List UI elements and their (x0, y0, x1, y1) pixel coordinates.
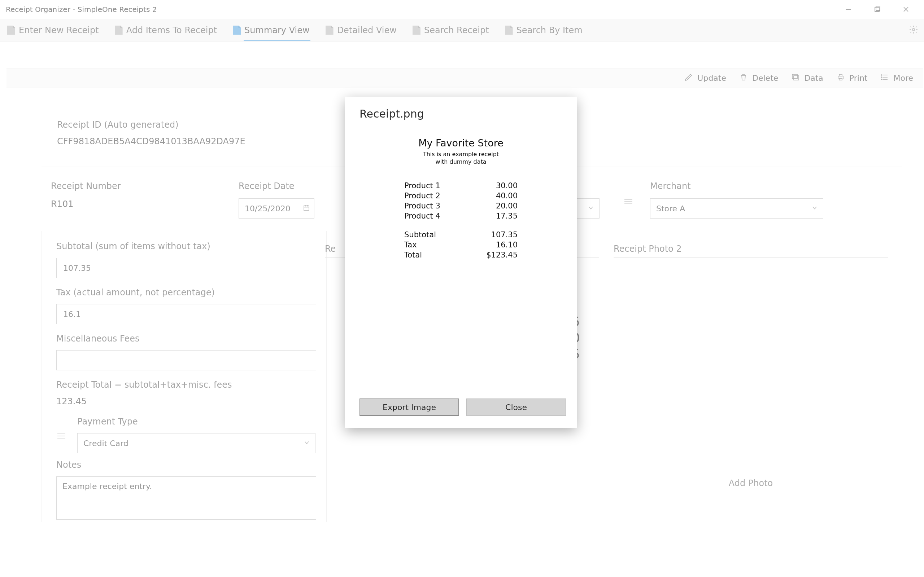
receipt-number-label: Receipt Number (51, 181, 239, 191)
stack-icon (791, 73, 800, 83)
notes-input[interactable]: Example receipt entry. (56, 476, 316, 520)
modal-title: Receipt.png (345, 97, 577, 124)
receipt-number-value: R101 (51, 199, 239, 209)
data-button[interactable]: Data (791, 73, 823, 83)
payment-type-select[interactable]: Credit Card (77, 433, 315, 453)
receipt-date-input[interactable] (239, 198, 314, 219)
trash-icon (739, 73, 748, 83)
document-icon (7, 26, 15, 35)
tab-label: Search By Item (517, 25, 583, 35)
subtotal-input[interactable] (56, 258, 316, 278)
list-icon (880, 73, 889, 83)
export-image-button[interactable]: Export Image (360, 398, 459, 416)
gear-icon[interactable] (909, 25, 918, 36)
document-icon (505, 26, 513, 35)
document-icon (326, 26, 333, 35)
receipt-id-label: Receipt ID (Auto generated) (57, 120, 246, 130)
receipt-photo-2-panel: Receipt Photo 2 Add Photo (614, 244, 888, 488)
svg-rect-9 (839, 74, 842, 76)
record-toolbar: Update Delete Data Print More (6, 68, 923, 88)
total-label: Receipt Total = subtotal+tax+misc. fees (56, 380, 316, 390)
notes-label: Notes (56, 460, 316, 470)
printer-icon (836, 73, 845, 83)
tax-label: Tax (actual amount, not percentage) (56, 287, 316, 298)
more-button[interactable]: More (880, 73, 913, 83)
payment-type-label: Payment Type (77, 416, 316, 427)
misc-value[interactable] (63, 356, 310, 365)
tax-value[interactable] (63, 309, 310, 319)
drag-handle-icon[interactable] (621, 199, 636, 204)
toolbar-label: Delete (752, 74, 778, 82)
tax-input[interactable] (56, 304, 316, 324)
notes-value: Example receipt entry. (63, 482, 152, 491)
svg-rect-8 (838, 76, 843, 79)
total-value: 123.45 (56, 396, 316, 406)
ribbon: Enter New Receipt Add Items To Receipt S… (0, 19, 924, 42)
toolbar-label: Print (849, 74, 868, 82)
tab-search-receipt[interactable]: Search Receipt (411, 23, 491, 37)
tab-add-items[interactable]: Add Items To Receipt (113, 23, 218, 37)
document-icon (233, 26, 241, 35)
tab-enter-new-receipt[interactable]: Enter New Receipt (6, 23, 100, 37)
add-photo-button[interactable]: Add Photo (614, 478, 888, 488)
print-button[interactable]: Print (836, 73, 868, 83)
drag-handle-icon[interactable] (54, 434, 69, 438)
svg-point-15 (881, 77, 882, 77)
pencil-icon (684, 73, 693, 83)
window-minimize-button[interactable] (834, 0, 863, 19)
svg-point-5 (913, 28, 915, 31)
receipt-image-preview: My Favorite Store This is an example rec… (403, 137, 519, 260)
svg-point-16 (881, 79, 882, 80)
merchant-value: Store A (656, 204, 685, 213)
receipt-item-row: Product 320.00 (404, 201, 518, 211)
chevron-down-icon (811, 204, 818, 213)
receipt-photo-2-label: Receipt Photo 2 (614, 244, 888, 254)
receipt-desc1: This is an example receipt (403, 151, 519, 158)
close-button[interactable]: Close (466, 398, 566, 416)
chevron-down-icon (304, 439, 310, 448)
window-close-button[interactable] (892, 0, 921, 19)
toolbar-label: Data (804, 74, 823, 82)
subtotal-label: Subtotal (sum of items without tax) (56, 241, 316, 251)
tab-label: Add Items To Receipt (126, 25, 217, 35)
receipt-store: My Favorite Store (403, 137, 519, 148)
receipt-image-modal: Receipt.png My Favorite Store This is an… (345, 97, 577, 428)
tab-label: Summary View (244, 25, 310, 35)
calendar-icon[interactable] (303, 204, 310, 213)
tab-summary-view[interactable]: Summary View (231, 23, 311, 37)
window-maximize-button[interactable] (863, 0, 892, 19)
receipt-item-row: Product 240.00 (404, 191, 518, 200)
window-title: Receipt Organizer - SimpleOne Receipts 2 (3, 5, 157, 14)
document-icon (412, 26, 420, 35)
svg-point-14 (881, 75, 882, 76)
svg-rect-1 (875, 7, 879, 11)
receipt-item-row: Product 130.00 (404, 181, 518, 190)
misc-label: Miscellaneous Fees (56, 334, 316, 344)
merchant-select[interactable]: Store A (650, 198, 823, 219)
svg-rect-2 (876, 6, 880, 10)
tab-label: Enter New Receipt (19, 25, 99, 35)
payment-type-value: Credit Card (83, 439, 129, 448)
tab-detailed-view[interactable]: Detailed View (324, 23, 398, 37)
update-button[interactable]: Update (684, 73, 726, 83)
receipt-desc2: with dummy data (403, 158, 519, 166)
toolbar-label: Update (697, 74, 726, 82)
tab-search-by-item[interactable]: Search By Item (504, 23, 584, 37)
document-icon (115, 26, 123, 35)
delete-button[interactable]: Delete (739, 73, 778, 83)
chevron-down-icon (588, 204, 594, 213)
receipt-item-row: Product 417.35 (404, 211, 518, 221)
tab-label: Search Receipt (424, 25, 489, 35)
tab-label: Detailed View (337, 25, 397, 35)
titlebar: Receipt Organizer - SimpleOne Receipts 2 (0, 0, 924, 19)
svg-rect-7 (794, 76, 799, 80)
merchant-label: Merchant (650, 181, 838, 191)
svg-rect-17 (304, 206, 309, 211)
misc-input[interactable] (56, 350, 316, 371)
subtotal-value[interactable] (63, 263, 310, 273)
toolbar-label: More (893, 74, 913, 82)
totals-section: Subtotal (sum of items without tax) Tax … (42, 231, 327, 522)
svg-rect-6 (792, 74, 797, 79)
receipt-id-value: CFF9818ADEB5A4CD9841013BAA92DA97E (57, 136, 246, 147)
receipt-date-value[interactable] (245, 204, 295, 213)
